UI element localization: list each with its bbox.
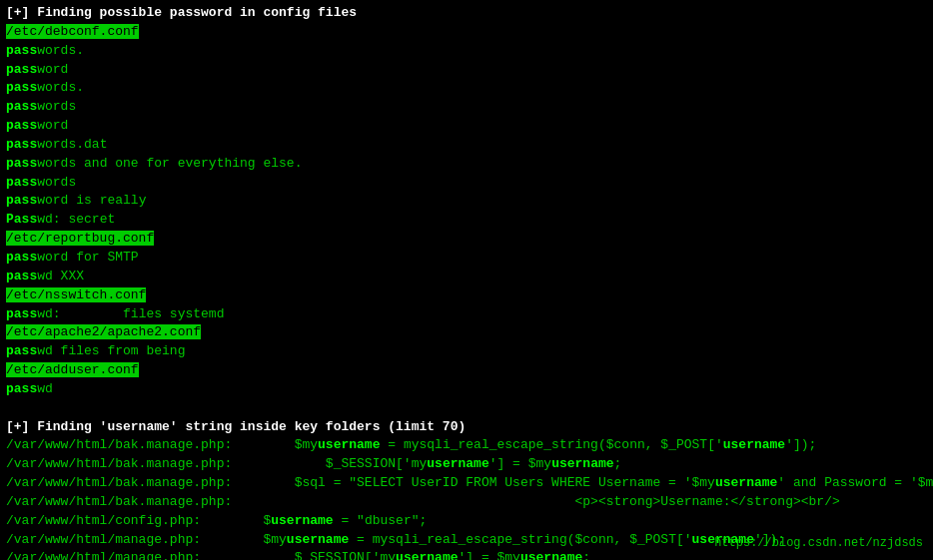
line-18: /etc/apache2/apache2.conf: [6, 323, 927, 342]
highlight-4: /etc/apache2/apache2.conf: [6, 324, 201, 339]
line-6: passwords: [6, 98, 927, 117]
line-10: passwords: [6, 174, 927, 193]
line-14: password for SMTP: [6, 249, 927, 268]
line-15: passwd XXX: [6, 268, 927, 286]
line-header-1: [+] Finding possible password in config …: [6, 4, 927, 23]
line-2: /etc/debconf.conf: [6, 23, 927, 42]
line-17: passwd: files systemd: [6, 305, 927, 324]
line-8: passwords.dat: [6, 136, 927, 155]
line-u1: /var/www/html/bak.manage.php: $myusernam…: [6, 436, 927, 455]
line-u3: /var/www/html/bak.manage.php: $sql = "SE…: [6, 474, 927, 493]
terminal-window: [+] Finding possible password in config …: [0, 0, 933, 560]
line-u2: /var/www/html/bak.manage.php: $_SESSION[…: [6, 455, 927, 474]
line-20: /etc/adduser.conf: [6, 361, 927, 380]
line-13: /etc/reportbug.conf: [6, 230, 927, 249]
line-u5: /var/www/html/config.php: $username = "d…: [6, 512, 927, 531]
line-11: password is really: [6, 192, 927, 211]
highlight-2: /etc/reportbug.conf: [6, 231, 154, 246]
highlight-3: /etc/nsswitch.conf: [6, 287, 146, 302]
line-12: Passwd: secret: [6, 211, 927, 230]
line-header-2: [+] Finding 'username' string inside key…: [6, 418, 927, 437]
terminal-content: [+] Finding possible password in config …: [6, 4, 927, 560]
highlight-1: /etc/debconf.conf: [6, 24, 139, 39]
line-3: passwords.: [6, 42, 927, 61]
line-19: passwd files from being: [6, 342, 927, 361]
line-blank-1: [6, 399, 927, 418]
watermark: https://blog.csdn.net/nzjdsds: [714, 535, 923, 552]
line-16: /etc/nsswitch.conf: [6, 286, 927, 305]
line-9: passwords and one for everything else.: [6, 155, 927, 174]
line-21: passwd: [6, 380, 927, 399]
line-4: password: [6, 61, 927, 80]
line-7: password: [6, 117, 927, 136]
line-u4: /var/www/html/bak.manage.php: <p><strong…: [6, 493, 927, 512]
highlight-5: /etc/adduser.conf: [6, 362, 139, 377]
line-5: passwords.: [6, 79, 927, 98]
